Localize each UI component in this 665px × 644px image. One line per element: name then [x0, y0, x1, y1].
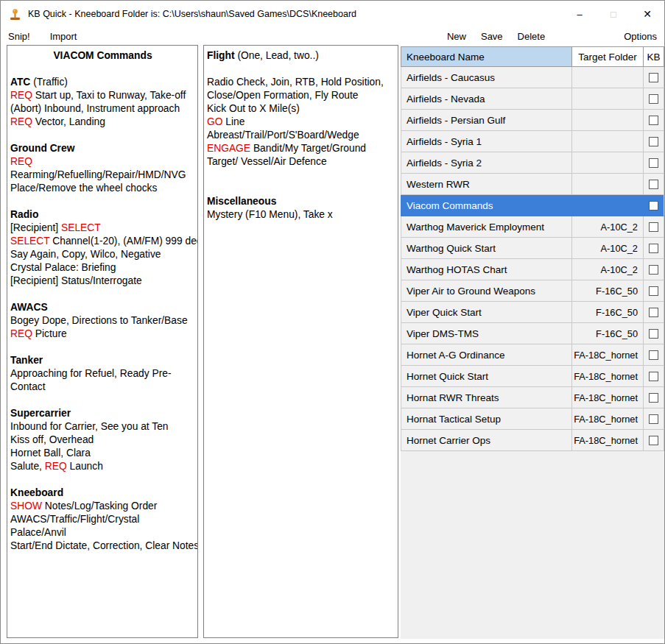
target-folder-cell[interactable]	[572, 110, 644, 131]
kb-checkbox[interactable]	[649, 222, 658, 232]
panel-text-line	[10, 394, 195, 407]
close-icon[interactable]: ✕	[630, 1, 664, 27]
column-header-kneeboard-name[interactable]: Kneeboard Name	[401, 46, 572, 67]
kb-checkbox[interactable]	[649, 94, 658, 104]
kb-cell	[644, 216, 664, 238]
panel-text-line: Palace/Anvil	[10, 526, 195, 539]
table-row[interactable]: Hornet Carrier OpsFA-18C_hornet	[401, 430, 665, 451]
table-row[interactable]: Hornat RWR ThreatsFA-18C_hornet	[401, 387, 665, 408]
panel-text-line	[207, 169, 395, 182]
table-row[interactable]: Warthog HOTAS ChartA-10C_2	[401, 259, 665, 280]
kneeboard-name-cell[interactable]: Hornet A-G Ordinance	[401, 344, 572, 366]
target-folder-cell[interactable]	[572, 174, 644, 195]
kneeboard-name-cell[interactable]: Viper DMS-TMS	[401, 323, 572, 344]
table-row[interactable]: Viper Quick StartF-16C_50	[401, 302, 665, 323]
table-row[interactable]: Warthog Quick StartA-10C_2	[401, 238, 665, 259]
minimize-icon[interactable]: –	[563, 1, 597, 27]
panel-text-line: Kneeboard	[10, 486, 195, 500]
kneeboard-name-cell[interactable]: Hornet Quick Start	[401, 366, 572, 387]
panel-text-line: ENGAGE Bandit/My Target/Ground	[207, 142, 395, 155]
panel-text-line: Mystery (F10 Menu), Take x	[207, 208, 395, 222]
table-row[interactable]: Viper Air to Ground WeaponsF-16C_50	[401, 280, 665, 302]
kneeboard-name-cell[interactable]: Hornat RWR Threats	[401, 387, 572, 408]
menu-save[interactable]: Save	[481, 31, 503, 42]
kneeboard-name-cell[interactable]: Warthog Maverick Employment	[401, 216, 572, 238]
table-row[interactable]: Airfields - Persian Gulf	[401, 110, 665, 131]
kb-checkbox[interactable]	[649, 350, 658, 360]
kb-checkbox[interactable]	[649, 244, 658, 253]
panel-text-line: Bogey Dope, Directions to Tanker/Base	[10, 314, 195, 328]
target-folder-cell[interactable]	[572, 88, 644, 110]
table-row[interactable]: Airfields - Nevada	[401, 88, 665, 110]
kneeboard-name-cell[interactable]: Hornat Tactical Setup	[401, 408, 572, 430]
target-folder-cell[interactable]: FA-18C_hornet	[572, 408, 644, 430]
kneeboard-name-cell[interactable]: Viper Quick Start	[401, 302, 572, 323]
kneeboard-name-cell[interactable]: Hornet Carrier Ops	[401, 430, 572, 451]
table-row[interactable]: Viacom Commands	[401, 195, 665, 216]
panel-text-line: Close/Open Formation, Fly Route	[207, 89, 395, 102]
kneeboard-name-cell[interactable]: Warthog Quick Start	[401, 238, 572, 259]
kneeboard-name-cell[interactable]: Western RWR	[401, 174, 572, 195]
table-row[interactable]: Western RWR	[401, 174, 665, 195]
panel-text-line: Supercarrier	[10, 407, 195, 420]
target-folder-cell[interactable]: F-16C_50	[572, 302, 644, 323]
target-folder-cell[interactable]: A-10C_2	[572, 216, 644, 238]
kneeboard-name-cell[interactable]: Airfields - Syria 2	[401, 152, 572, 174]
table-row[interactable]: Airfields - Syria 1	[401, 131, 665, 152]
target-folder-cell[interactable]: A-10C_2	[572, 259, 644, 280]
kb-checkbox[interactable]	[649, 286, 658, 296]
kneeboard-name-cell[interactable]: Airfields - Syria 1	[401, 131, 572, 152]
kb-checkbox[interactable]	[649, 158, 658, 168]
menu-snip[interactable]: Snip!	[8, 31, 30, 42]
menu-options[interactable]: Options	[624, 31, 657, 42]
target-folder-cell[interactable]: A-10C_2	[572, 238, 644, 259]
target-folder-cell[interactable]: FA-18C_hornet	[572, 387, 644, 408]
kb-checkbox[interactable]	[649, 414, 658, 424]
target-folder-cell[interactable]	[572, 152, 644, 174]
column-header-target-folder[interactable]: Target Folder	[572, 46, 644, 67]
kneeboard-name-cell[interactable]: Viper Air to Ground Weapons	[401, 280, 572, 302]
kb-checkbox[interactable]	[649, 201, 658, 210]
main-content: VIACOM Commands ATC (Traffic)REQ Start u…	[1, 45, 664, 643]
target-folder-cell[interactable]	[572, 195, 644, 216]
kb-checkbox[interactable]	[649, 73, 658, 82]
app-window: KB Quick - Kneeboard Folder is: C:\Users…	[0, 0, 665, 644]
menu-new[interactable]: New	[447, 31, 466, 42]
column-header-kb[interactable]: KB	[644, 46, 664, 67]
kneeboard-name-cell[interactable]: Viacom Commands	[401, 195, 572, 216]
panel-text-line	[10, 341, 195, 354]
target-folder-cell[interactable]	[572, 131, 644, 152]
table-row[interactable]: Airfields - Caucasus	[401, 67, 665, 88]
target-folder-cell[interactable]: FA-18C_hornet	[572, 344, 644, 366]
target-folder-cell[interactable]: F-16C_50	[572, 323, 644, 344]
kneeboard-table: Kneeboard Name Target Folder KB Airfield…	[401, 46, 665, 639]
menu-import[interactable]: Import	[50, 31, 77, 42]
panel-text-line: SELECT Channel(1-20), (AM/FM) 999 dec 9	[10, 235, 195, 248]
kb-checkbox[interactable]	[649, 372, 658, 381]
kneeboard-name-cell[interactable]: Airfields - Caucasus	[401, 67, 572, 88]
kneeboard-name-cell[interactable]: Warthog HOTAS Chart	[401, 259, 572, 280]
table-row[interactable]: Hornet A-G OrdinanceFA-18C_hornet	[401, 344, 665, 366]
panel-text-line: Target/ Vessel/Air Defence	[207, 155, 395, 169]
target-folder-cell[interactable]: F-16C_50	[572, 280, 644, 302]
kneeboard-name-cell[interactable]: Airfields - Persian Gulf	[401, 110, 572, 131]
kb-checkbox[interactable]	[649, 180, 658, 189]
target-folder-cell[interactable]: FA-18C_hornet	[572, 430, 644, 451]
kb-checkbox[interactable]	[649, 393, 658, 403]
kb-checkbox[interactable]	[649, 265, 658, 275]
table-row[interactable]: Viper DMS-TMSF-16C_50	[401, 323, 665, 344]
kb-checkbox[interactable]	[649, 436, 658, 445]
table-row[interactable]: Warthog Maverick EmploymentA-10C_2	[401, 216, 665, 238]
target-folder-cell[interactable]: FA-18C_hornet	[572, 366, 644, 387]
kb-checkbox[interactable]	[649, 137, 658, 146]
kb-checkbox[interactable]	[649, 329, 658, 339]
kb-checkbox[interactable]	[649, 116, 658, 125]
kneeboard-name-cell[interactable]: Airfields - Nevada	[401, 88, 572, 110]
table-row[interactable]: Hornet Quick StartFA-18C_hornet	[401, 366, 665, 387]
table-row[interactable]: Airfields - Syria 2	[401, 152, 665, 174]
maximize-icon[interactable]: □	[597, 1, 630, 27]
kb-checkbox[interactable]	[649, 308, 658, 317]
target-folder-cell[interactable]	[572, 67, 644, 88]
menu-delete[interactable]: Delete	[518, 31, 546, 42]
table-row[interactable]: Hornat Tactical SetupFA-18C_hornet	[401, 408, 665, 430]
